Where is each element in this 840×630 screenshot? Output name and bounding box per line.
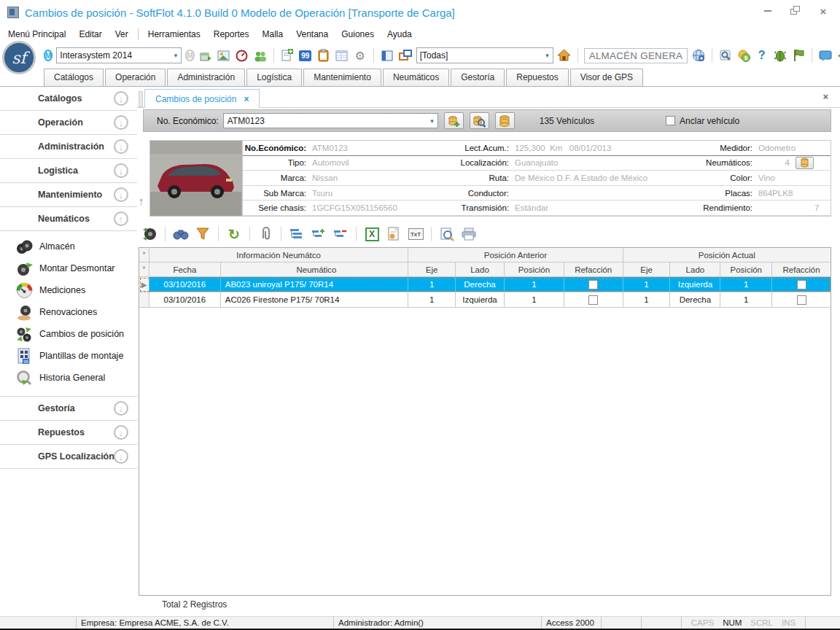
bug-icon[interactable]	[773, 48, 788, 63]
column-header-posicion-actual[interactable]: Posición	[720, 262, 772, 277]
company-select[interactable]: Interasystem 2014 ▾	[56, 47, 182, 63]
doc-tab-close-icon[interactable]: ×	[244, 94, 249, 104]
cell-eje-actual[interactable]: 1	[623, 277, 671, 292]
doc-tab-cambios-posicion[interactable]: Cambios de posición ×	[144, 89, 260, 108]
sidebar-section-administracion[interactable]: Administración ↓	[0, 135, 137, 159]
attachment-icon[interactable]	[257, 226, 273, 242]
gauge-icon[interactable]	[235, 48, 249, 63]
search-vehicle-button[interactable]	[470, 112, 489, 129]
menu-item-menu-principal[interactable]: Menú Principal	[1, 26, 72, 42]
currency-icon[interactable]: $	[736, 48, 751, 63]
neumaticos-database-button[interactable]	[796, 157, 814, 169]
sidebar-section-repuestos[interactable]: Repuestos ↓	[0, 421, 137, 445]
tab-catalogos[interactable]: Catálogos	[44, 69, 104, 86]
sidebar-section-catalogos[interactable]: Catálogos ↓	[0, 87, 137, 111]
no-economico-combo[interactable]: ATM0123 ▾	[223, 113, 438, 128]
chat-icon[interactable]	[818, 48, 833, 63]
export-doc-icon[interactable]	[386, 226, 402, 242]
home-icon[interactable]	[557, 48, 572, 63]
group-header-posicion-anterior[interactable]: Posición Anterior	[408, 248, 623, 262]
export-excel-icon[interactable]: X	[364, 226, 380, 242]
menu-item-ventana[interactable]: Ventana	[289, 26, 335, 42]
cell-posicion-actual[interactable]: 1	[720, 292, 772, 308]
sidebar-section-neumaticos[interactable]: Neumáticos ↑	[0, 207, 137, 231]
tab-administracion[interactable]: Administración	[167, 69, 245, 86]
flag-icon[interactable]	[791, 48, 806, 63]
tab-neumaticos[interactable]: Neumáticos	[383, 69, 449, 86]
column-header-posicion-anterior[interactable]: Posición	[505, 262, 564, 277]
menu-item-malla[interactable]: Malla	[255, 26, 289, 42]
tab-logistica[interactable]: Logística	[246, 69, 302, 86]
panel-icon[interactable]	[380, 48, 394, 63]
menu-item-editar[interactable]: Editar	[72, 26, 108, 42]
database-button[interactable]	[495, 112, 515, 129]
column-header-refaccion-anterior[interactable]: Refacción	[564, 262, 623, 277]
cell-refaccion-actual[interactable]	[772, 277, 831, 292]
chevron-up-circle-icon[interactable]: ↑	[114, 211, 128, 226]
cell-refaccion-anterior[interactable]	[564, 277, 623, 292]
cell-posicion-anterior[interactable]: 1	[505, 277, 564, 292]
cell-neumatico[interactable]: AB023 uniroyal P175/ 70R14	[221, 277, 408, 292]
menu-item-guiones[interactable]: Guiones	[335, 26, 381, 42]
column-header-refaccion-actual[interactable]: Refacción	[772, 262, 831, 277]
sidebar-section-gps-localizacion[interactable]: GPS Localización ↓	[0, 445, 137, 469]
menu-item-ver[interactable]: Ver	[109, 26, 135, 42]
sidebar-section-operacion[interactable]: Operación ↓	[0, 111, 137, 135]
sidebar-section-gestoria[interactable]: Gestoría ↓	[0, 397, 137, 421]
cell-fecha[interactable]: 03/10/2016	[149, 277, 221, 292]
add-vehicle-button[interactable]	[444, 112, 464, 129]
minimize-button[interactable]	[760, 4, 776, 18]
sidebar-item-historia-general[interactable]: Historia General	[0, 367, 137, 389]
group-header-posicion-actual[interactable]: Posición Actual	[623, 248, 831, 262]
image-icon[interactable]	[217, 48, 231, 63]
cell-eje-anterior[interactable]: 1	[408, 292, 456, 308]
collapse-panel-icon[interactable]: ↑	[139, 195, 144, 207]
menu-item-herramientas[interactable]: Herramientas	[141, 26, 207, 42]
cell-lado-actual[interactable]: Derecha	[670, 292, 720, 308]
sidebar-item-cambios-posicion[interactable]: Cambios de posición	[0, 323, 137, 345]
sidebar-section-mantenimiento[interactable]: Mantenimiento ↓	[0, 183, 137, 207]
column-header-lado-anterior[interactable]: Lado	[456, 262, 505, 277]
inventory-box-icon[interactable]	[198, 48, 213, 63]
chevron-down-circle-icon[interactable]: ↓	[114, 425, 128, 440]
cell-lado-actual[interactable]: Izquierda	[670, 277, 720, 292]
refresh-icon[interactable]: ↻	[226, 226, 242, 242]
binoculars-icon[interactable]	[173, 226, 189, 242]
chevron-down-circle-icon[interactable]: ↓	[114, 187, 128, 202]
export-txt-icon[interactable]: TxT	[408, 226, 424, 242]
chevron-down-circle-icon[interactable]: ↓	[114, 449, 128, 464]
refaccion-checkbox[interactable]	[588, 280, 598, 289]
pane-close-icon[interactable]: ×	[822, 91, 828, 102]
company-m-icon[interactable]: M	[44, 50, 52, 61]
globe-icon[interactable]	[691, 48, 706, 63]
column-header-fecha[interactable]: Fecha	[149, 262, 221, 277]
tab-visor-gps[interactable]: Visor de GPS	[570, 69, 643, 86]
sidebar-item-plantillas-montaje[interactable]: 99 Plantillas de montaje	[0, 345, 137, 367]
clipboard-icon[interactable]	[316, 48, 331, 63]
refaccion-checkbox[interactable]	[588, 295, 598, 305]
anchor-vehicle-checkbox[interactable]	[666, 116, 675, 125]
badge-99-icon[interactable]: 99	[298, 48, 313, 63]
refaccion-checkbox[interactable]	[797, 295, 806, 305]
sidebar-item-almacen[interactable]: Almacén	[0, 236, 137, 257]
refaccion-checkbox[interactable]	[797, 280, 806, 289]
cell-refaccion-anterior[interactable]	[564, 292, 623, 308]
tab-gestoria[interactable]: Gestoría	[451, 69, 505, 86]
exit-icon[interactable]	[836, 48, 840, 63]
cell-refaccion-actual[interactable]	[772, 292, 831, 308]
print-icon[interactable]	[461, 226, 477, 242]
chevron-down-circle-icon[interactable]: ↓	[114, 401, 128, 416]
cell-eje-actual[interactable]: 1	[623, 292, 671, 308]
sidebar-item-mediciones[interactable]: Mediciones	[0, 279, 137, 301]
cell-posicion-anterior[interactable]: 1	[505, 292, 564, 308]
chevron-down-circle-icon[interactable]: ↓	[114, 139, 128, 154]
help-icon[interactable]: ?	[755, 48, 769, 63]
column-header-eje-anterior[interactable]: Eje	[408, 262, 456, 277]
cell-posicion-actual[interactable]: 1	[720, 277, 772, 292]
settings-search-icon[interactable]	[718, 48, 733, 63]
users-icon[interactable]	[253, 48, 268, 63]
sidebar-item-montar-desmontar[interactable]: Montar Desmontar	[0, 257, 137, 279]
scope-select[interactable]: [Todas] ▾	[416, 47, 553, 63]
gear-icon[interactable]: ⚙	[353, 48, 368, 63]
sidebar-section-logistica[interactable]: Logistica ↓	[0, 159, 137, 183]
